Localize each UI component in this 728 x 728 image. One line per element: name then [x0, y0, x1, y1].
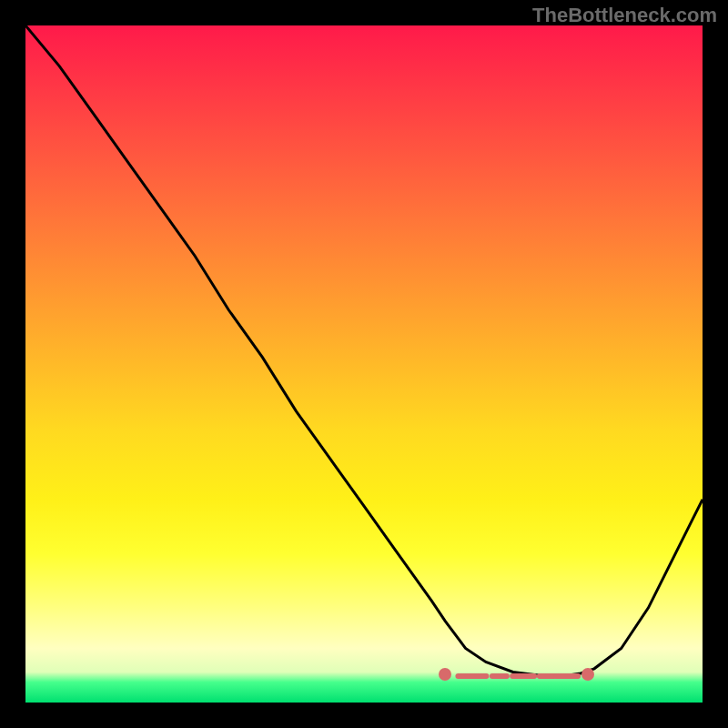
curve-marker-dash — [490, 673, 510, 679]
curve-marker-dash — [510, 673, 537, 679]
chart-plot-area — [25, 25, 703, 703]
curve-marker-dot — [581, 668, 594, 681]
curve-marker-dash — [553, 673, 581, 679]
attribution-text: TheBottleneck.com — [532, 4, 717, 27]
curve-marker-dot — [439, 668, 451, 681]
bottleneck-curve — [25, 25, 703, 703]
curve-marker-dash — [455, 673, 489, 679]
